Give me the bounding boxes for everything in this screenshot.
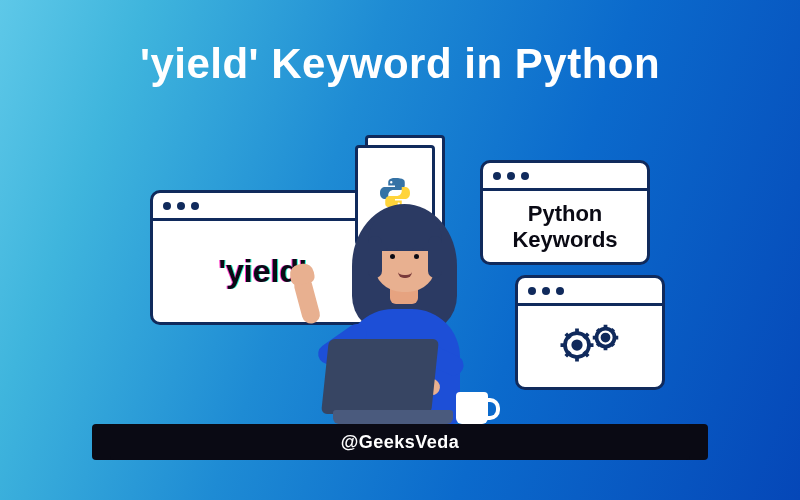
- page-title: 'yield' Keyword in Python: [0, 0, 800, 88]
- svg-point-1: [573, 341, 581, 349]
- illustration-scene: 'yield' Python Keywords: [0, 105, 800, 460]
- title-keyword: 'yield': [140, 40, 259, 87]
- title-rest: Keyword in Python: [259, 40, 660, 87]
- laptop-icon: [325, 339, 450, 424]
- person-illustration: [280, 164, 520, 424]
- svg-point-3: [602, 334, 608, 340]
- card-gears: [515, 275, 665, 390]
- desk: @GeeksVeda: [110, 424, 690, 460]
- mug-icon: [456, 392, 488, 424]
- handle-text: @GeeksVeda: [341, 432, 460, 453]
- gears-icon: [553, 315, 628, 379]
- card-keywords-text: Python Keywords: [512, 201, 617, 252]
